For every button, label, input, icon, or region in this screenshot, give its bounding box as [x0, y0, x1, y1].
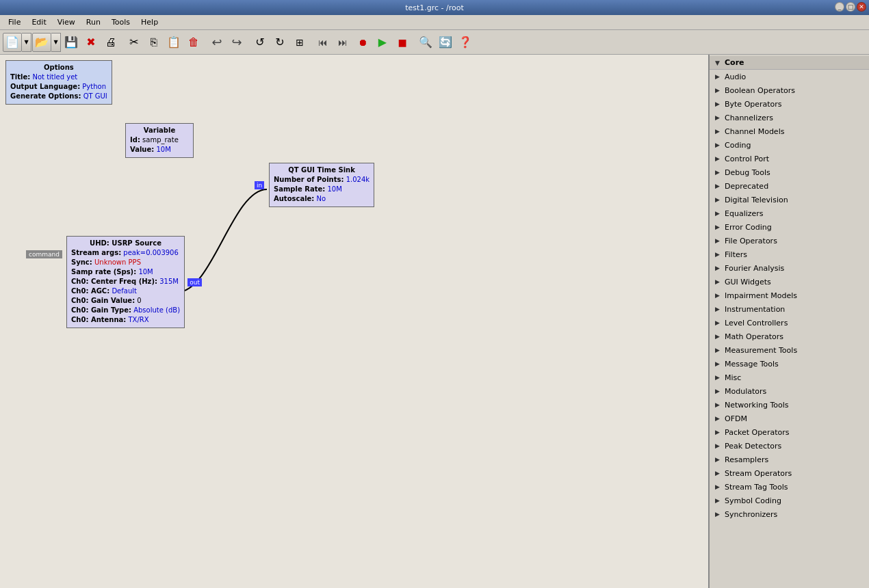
minimize-button[interactable]: _: [835, 2, 844, 12]
tree-item-control-port[interactable]: ▶ Control Port: [710, 152, 869, 165]
menubar: File Edit View Run Tools Help: [0, 15, 869, 30]
tree-item-digital-television[interactable]: ▶ Digital Television: [710, 193, 869, 206]
tree-item-gui-widgets[interactable]: ▶ GUI Widgets: [710, 275, 869, 289]
reload-button[interactable]: 🔄: [436, 33, 455, 52]
help-button[interactable]: ❓: [456, 33, 475, 52]
block-variable[interactable]: Variable Id: samp_rate Value: 10M: [125, 123, 194, 158]
tree-item-modulators-label: Modulators: [725, 387, 766, 396]
networking-tools-arrow-icon: ▶: [715, 401, 723, 408]
block-usrp[interactable]: command UHD: USRP Source Stream args: pe…: [66, 236, 185, 328]
new-button[interactable]: 📄: [3, 33, 22, 52]
menu-run[interactable]: Run: [81, 16, 106, 28]
tree-item-byte-operators[interactable]: ▶ Byte Operators: [710, 97, 869, 111]
tree-item-math-operators[interactable]: ▶ Math Operators: [710, 330, 869, 343]
block-qtsink-title: QT GUI Time Sink: [274, 166, 369, 174]
close-button[interactable]: ✕: [857, 2, 866, 12]
tree-item-resamplers[interactable]: ▶ Resamplers: [710, 453, 869, 466]
tree-item-synchronizers[interactable]: ▶ Synchronizers: [710, 507, 869, 521]
tree-item-measurement-tools[interactable]: ▶ Measurement Tools: [710, 343, 869, 357]
tree-item-channel-models[interactable]: ▶ Channel Models: [710, 124, 869, 138]
open-button-group: 📂 ▼: [32, 33, 61, 52]
port-out: out: [187, 278, 202, 286]
menu-help[interactable]: Help: [135, 16, 164, 28]
tree-item-audio[interactable]: ▶ Audio: [710, 70, 869, 83]
tree-core-label: Core: [725, 58, 744, 67]
tree-item-modulators[interactable]: ▶ Modulators: [710, 384, 869, 398]
tree-item-networking-tools[interactable]: ▶ Networking Tools: [710, 398, 869, 412]
tree-item-error-coding-label: Error Coding: [725, 223, 772, 232]
block-qtsink-field-1: Sample Rate: 10M: [274, 185, 369, 194]
canvas-area[interactable]: Options Title: Not titled yet Output Lan…: [0, 55, 709, 588]
align-button[interactable]: ⊞: [290, 33, 309, 52]
byte-operators-arrow-icon: ▶: [715, 101, 723, 107]
search-button[interactable]: 🔍: [416, 33, 435, 52]
tree-item-peak-detectors-label: Peak Detectors: [725, 442, 781, 451]
step-fwd-button[interactable]: ⏭: [333, 33, 352, 52]
tree-item-message-tools[interactable]: ▶ Message Tools: [710, 357, 869, 371]
tree-item-coding[interactable]: ▶ Coding: [710, 138, 869, 152]
menu-view[interactable]: View: [52, 16, 81, 28]
tree-item-filters[interactable]: ▶ Filters: [710, 248, 869, 261]
equalizers-arrow-icon: ▶: [715, 210, 723, 217]
tree-item-packet-operators[interactable]: ▶ Packet Operators: [710, 425, 869, 439]
maximize-button[interactable]: □: [846, 2, 855, 12]
copy-button[interactable]: ⎘: [144, 33, 164, 52]
new-button-group: 📄 ▼: [3, 33, 31, 52]
tree-item-boolean-operators[interactable]: ▶ Boolean Operators: [710, 83, 869, 97]
block-qtsink[interactable]: in QT GUI Time Sink Number of Points: 1.…: [269, 163, 374, 207]
tree-item-stream-operators[interactable]: ▶ Stream Operators: [710, 466, 869, 480]
run-button[interactable]: ▶: [373, 33, 392, 52]
instrumentation-arrow-icon: ▶: [715, 306, 723, 312]
open-button[interactable]: 📂: [32, 33, 51, 52]
undo-button[interactable]: ↩: [207, 33, 226, 52]
menu-edit[interactable]: Edit: [26, 16, 51, 28]
port-in: in: [255, 181, 264, 189]
record-button[interactable]: ⏺: [353, 33, 372, 52]
tree-item-equalizers[interactable]: ▶ Equalizers: [710, 206, 869, 220]
new-dropdown[interactable]: ▼: [22, 33, 31, 52]
block-usrp-field-1: Sync: Unknown PPS: [71, 258, 180, 267]
block-usrp-field-3: Ch0: Center Freq (Hz): 315M: [71, 277, 180, 286]
tree-item-stream-tag-tools[interactable]: ▶ Stream Tag Tools: [710, 480, 869, 494]
tree-core-header[interactable]: ▼ Core: [710, 56, 869, 70]
stream-tag-tools-arrow-icon: ▶: [715, 483, 723, 490]
rotate-cw-button[interactable]: ↻: [270, 33, 289, 52]
redo-button[interactable]: ↪: [227, 33, 246, 52]
tree-item-debug-tools[interactable]: ▶ Debug Tools: [710, 165, 869, 179]
tree-item-fourier-analysis[interactable]: ▶ Fourier Analysis: [710, 261, 869, 275]
block-options[interactable]: Options Title: Not titled yet Output Lan…: [5, 60, 112, 105]
tree-item-peak-detectors[interactable]: ▶ Peak Detectors: [710, 439, 869, 453]
tree-item-misc[interactable]: ▶ Misc: [710, 371, 869, 384]
tree-item-control-port-label: Control Port: [725, 155, 769, 163]
menu-tools[interactable]: Tools: [106, 16, 135, 28]
tree-item-symbol-coding[interactable]: ▶ Symbol Coding: [710, 494, 869, 507]
block-usrp-field-6: Ch0: Gain Type: Absolute (dB): [71, 306, 180, 315]
synchronizers-arrow-icon: ▶: [715, 511, 723, 518]
menu-file[interactable]: File: [3, 16, 26, 28]
print-button[interactable]: 🖨: [101, 33, 120, 52]
tree-item-symbol-coding-label: Symbol Coding: [725, 496, 781, 505]
gui-widgets-arrow-icon: ▶: [715, 278, 723, 285]
delete-button[interactable]: 🗑: [184, 33, 203, 52]
tree-item-error-coding[interactable]: ▶ Error Coding: [710, 220, 869, 234]
block-usrp-field-4: Ch0: AGC: Default: [71, 286, 180, 296]
tree-item-file-operators[interactable]: ▶ File Operators: [710, 234, 869, 248]
tree-item-instrumentation[interactable]: ▶ Instrumentation: [710, 302, 869, 316]
stop-button[interactable]: ■: [393, 33, 412, 52]
titlebar: test1.grc - /root _ □ ✕: [0, 0, 869, 15]
tree-item-ofdm[interactable]: ▶ OFDM: [710, 412, 869, 425]
rotate-ccw-button[interactable]: ↺: [250, 33, 270, 52]
paste-button[interactable]: 📋: [164, 33, 183, 52]
tree-item-channelizers[interactable]: ▶ Channelizers: [710, 111, 869, 124]
fourier-analysis-arrow-icon: ▶: [715, 265, 723, 271]
tree-item-measurement-tools-label: Measurement Tools: [725, 346, 797, 355]
save-button[interactable]: 💾: [62, 33, 81, 52]
step-back-button[interactable]: ⏮: [313, 33, 333, 52]
close-file-button[interactable]: ✖: [81, 33, 101, 52]
open-dropdown[interactable]: ▼: [51, 33, 61, 52]
tree-item-level-controllers[interactable]: ▶ Level Controllers: [710, 316, 869, 330]
cut-button[interactable]: ✂: [125, 33, 144, 52]
tree-item-deprecated[interactable]: ▶ Deprecated: [710, 179, 869, 193]
tree-item-impairment-models[interactable]: ▶ Impairment Models: [710, 289, 869, 302]
block-usrp-field-0: Stream args: peak=0.003906: [71, 248, 180, 258]
